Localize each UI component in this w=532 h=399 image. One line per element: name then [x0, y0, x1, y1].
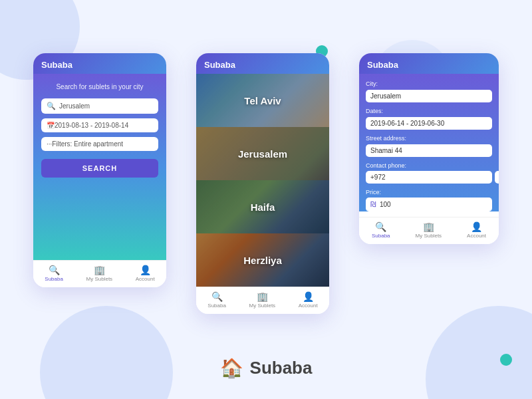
screen3-header: Subaba	[359, 53, 499, 74]
contact-label: Contact phone:	[366, 162, 492, 169]
nav-search-icon-3: 🔍	[375, 221, 386, 232]
city-search-input[interactable]: 🔍 Jerusalem	[41, 98, 158, 114]
city-label: City:	[366, 80, 492, 87]
nav-building-icon-2: 🏢	[257, 291, 268, 302]
nav-user-icon-2: 👤	[303, 291, 314, 302]
street-label: Street address:	[366, 135, 492, 142]
city-telaviv[interactable]: Tel Aviv	[196, 74, 329, 127]
screen-search: Subaba Search for sublets in your city 🔍…	[33, 53, 166, 287]
search-icon: 🔍	[47, 102, 56, 110]
date-value: 2019-08-13 - 2019-08-14	[55, 122, 128, 129]
nav-mysublets-1[interactable]: 🏢 My Sublets	[86, 265, 113, 282]
city-telaviv-name: Tel Aviv	[244, 95, 281, 106]
nav-subaba-3[interactable]: 🔍 Subaba	[372, 221, 390, 239]
calendar-icon: 📅	[47, 122, 55, 129]
city-haifa-name: Haifa	[251, 201, 275, 213]
search-button[interactable]: SEARCH	[41, 159, 158, 178]
contact-field-group: Contact phone:	[366, 162, 492, 184]
house-icon: 🏠	[220, 357, 243, 379]
nav-subaba-label-3: Subaba	[372, 233, 390, 239]
screen-cities: Subaba Tel Aviv Jerusalem Haifa Herzliya	[196, 53, 329, 314]
screen3-bottom-nav: 🔍 Subaba 🏢 My Sublets 👤 Account	[359, 217, 499, 244]
date-input[interactable]: 📅 2019-08-13 - 2019-08-14	[41, 118, 158, 132]
screens-container: Subaba Search for sublets in your city 🔍…	[33, 53, 499, 314]
nav-mysublets-2[interactable]: 🏢 My Sublets	[249, 291, 276, 309]
screen1-header: Subaba	[33, 53, 166, 74]
nav-search-icon-1: 🔍	[49, 265, 60, 275]
nav-subaba-label-2: Subaba	[207, 303, 226, 309]
phone-row	[366, 171, 492, 184]
screen1-app-name: Subaba	[41, 60, 72, 70]
city-haifa[interactable]: Haifa	[196, 180, 329, 233]
nav-mysublets-3[interactable]: 🏢 My Sublets	[416, 221, 442, 239]
price-label: Price:	[366, 189, 492, 196]
dates-input[interactable]	[366, 117, 492, 130]
city-value: Jerusalem	[59, 102, 90, 110]
branding: 🏠 Subaba	[220, 357, 313, 379]
phone-input[interactable]	[495, 171, 499, 184]
price-field-group: Price: ₪ 100	[366, 189, 492, 211]
nav-account-3[interactable]: 👤 Account	[467, 221, 486, 239]
nav-building-icon-3: 🏢	[423, 221, 434, 232]
brand-name: Subaba	[250, 358, 313, 378]
screen2-header: Subaba	[196, 53, 329, 74]
price-wrap[interactable]: ₪ 100	[366, 198, 492, 211]
filter-value: Filters: Entire apartment	[52, 140, 123, 148]
city-jerusalem[interactable]: Jerusalem	[196, 127, 329, 180]
nav-user-icon-1: 👤	[140, 265, 151, 275]
price-value: 100	[380, 201, 391, 208]
city-herzliya-name: Herzliya	[243, 255, 282, 266]
nav-mysublets-label-1: My Sublets	[86, 276, 113, 282]
nav-account-label-2: Account	[299, 303, 318, 309]
nav-building-icon-1: 🏢	[94, 265, 105, 275]
blob-bottom-left	[40, 306, 173, 399]
city-field-group: City:	[366, 80, 492, 102]
nav-account-2[interactable]: 👤 Account	[299, 291, 318, 309]
dates-field-group: Dates:	[366, 108, 492, 130]
nav-mysublets-label-2: My Sublets	[249, 303, 276, 309]
nav-user-icon-3: 👤	[471, 221, 482, 232]
city-input[interactable]	[366, 90, 492, 102]
screen1-bottom-nav: 🔍 Subaba 🏢 My Sublets 👤 Account	[33, 260, 166, 287]
nav-account-label-1: Account	[136, 276, 155, 282]
dates-label: Dates:	[366, 108, 492, 114]
city-list: Tel Aviv Jerusalem Haifa Herzliya	[196, 74, 329, 287]
country-code-input[interactable]	[366, 171, 492, 184]
form-body: City: Dates: Street address: Contact pho…	[359, 74, 499, 211]
nav-search-icon-2: 🔍	[211, 291, 223, 302]
nav-account-1[interactable]: 👤 Account	[136, 265, 155, 282]
screen1-tagline: Search for sublets in your city	[41, 83, 158, 90]
nav-mysublets-label-3: My Sublets	[416, 233, 442, 239]
blob-bottom-right	[426, 306, 532, 399]
nav-subaba-1[interactable]: 🔍 Subaba	[45, 265, 63, 282]
nav-subaba-label-1: Subaba	[45, 276, 63, 282]
street-field-group: Street address:	[366, 135, 492, 157]
street-input[interactable]	[366, 144, 492, 157]
screen2-app-name: Subaba	[204, 60, 235, 70]
filter-input[interactable]: ··· Filters: Entire apartment	[41, 137, 158, 151]
screen2-bottom-nav: 🔍 Subaba 🏢 My Sublets 👤 Account	[196, 287, 329, 314]
nav-account-label-3: Account	[467, 233, 486, 239]
city-jerusalem-name: Jerusalem	[238, 148, 287, 160]
screen-form: Subaba City: Dates: Street address: Cont…	[359, 53, 499, 244]
city-herzliya[interactable]: Herzliya	[196, 233, 329, 287]
currency-icon: ₪	[370, 200, 376, 209]
nav-subaba-2[interactable]: 🔍 Subaba	[207, 291, 226, 309]
screen3-app-name: Subaba	[367, 60, 398, 70]
dot-teal-3	[500, 354, 512, 366]
filter-icon: ···	[47, 140, 52, 148]
screen1-body: Search for sublets in your city 🔍 Jerusa…	[33, 74, 166, 260]
